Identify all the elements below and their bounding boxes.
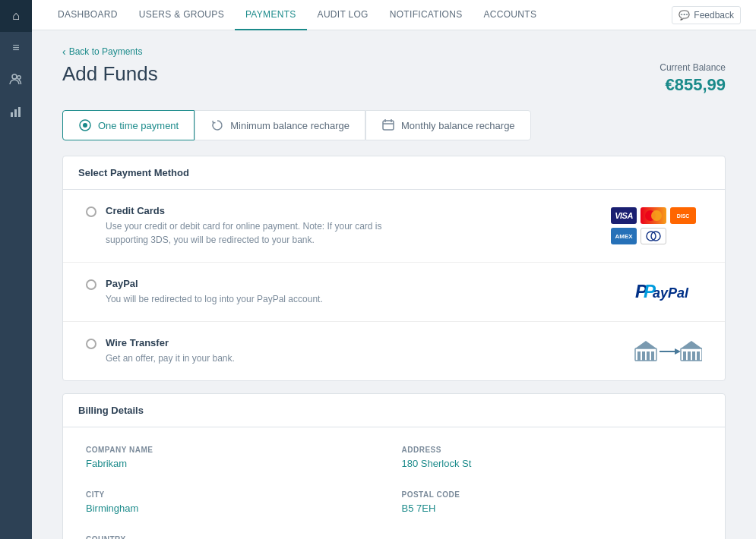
feedback-label: Feedback [694, 10, 734, 20]
payment-method-wire-transfer[interactable]: Wire Transfer Get an offer, pay it in yo… [63, 322, 725, 380]
sidebar-users-icon[interactable] [0, 64, 32, 96]
page-title: Add Funds [62, 62, 158, 86]
one-time-payment-icon [78, 118, 92, 132]
billing-company-name: COMPANY NAME Fabrikam [78, 435, 394, 480]
svg-rect-7 [383, 121, 394, 130]
sidebar-home-icon[interactable]: ⌂ [0, 0, 32, 32]
wire-transfer-info: Wire Transfer Get an offer, pay it in yo… [106, 337, 235, 365]
svg-rect-28 [697, 351, 700, 361]
page-content: Back to Payments Add Funds Current Balan… [32, 30, 756, 539]
wire-transfer-left: Wire Transfer Get an offer, pay it in yo… [86, 337, 235, 365]
wire-transfer-desc: Get an offer, pay it in your bank. [106, 351, 235, 365]
svg-rect-2 [11, 112, 13, 117]
nav-accounts[interactable]: ACCOUNTS [473, 0, 547, 30]
country-label: COUNTRY [86, 535, 387, 539]
sidebar-chart-icon[interactable] [0, 96, 32, 128]
city-value: Birmingham [86, 503, 387, 514]
billing-country: COUNTRY United Kingdom [78, 525, 394, 539]
svg-rect-26 [688, 351, 691, 361]
sidebar: ⌂ ≡ [0, 0, 32, 539]
paypal-name: PayPal [106, 278, 323, 289]
paypal-desc: You will be redirected to log into your … [106, 292, 323, 306]
address-label: ADDRESS [402, 446, 703, 454]
address-value: 180 Sherlock St [402, 458, 703, 469]
balance-label: Current Balance [660, 62, 726, 73]
sidebar-menu-icon[interactable]: ≡ [0, 32, 32, 64]
credit-cards-name: Credit Cards [106, 205, 410, 216]
paypal-left: PayPal You will be redirected to log int… [86, 278, 323, 306]
credit-card-logos: VISA DISC AMEX [611, 207, 702, 244]
mastercard-logo [641, 207, 666, 224]
credit-cards-left: Credit Cards Use your credit or debit ca… [86, 205, 410, 247]
paypal-radio[interactable] [86, 279, 96, 290]
feedback-icon: 💬 [679, 10, 690, 20]
postal-code-label: POSTAL CODE [402, 490, 703, 499]
tab-one-time-payment[interactable]: One time payment [62, 110, 195, 140]
credit-cards-info: Credit Cards Use your credit or debit ca… [106, 205, 410, 247]
svg-marker-21 [635, 341, 656, 348]
postal-code-value: B5 7EH [402, 503, 703, 514]
nav-dashboard[interactable]: DASHBOARD [47, 0, 128, 30]
discover-logo: DISC [670, 207, 696, 224]
payment-tabs: One time payment Minimum balance recharg… [62, 110, 726, 140]
nav-payments[interactable]: PAYMENTS [235, 0, 307, 30]
company-name-value: Fabrikam [86, 458, 387, 469]
payment-method-panel: Select Payment Method Credit Cards Use y… [62, 156, 726, 381]
monthly-recharge-icon [381, 118, 395, 132]
svg-rect-18 [642, 351, 645, 361]
paypal-info: PayPal You will be redirected to log int… [106, 278, 323, 306]
back-link[interactable]: Back to Payments [62, 46, 726, 58]
tab-minimum-label: Minimum balance recharge [230, 120, 350, 131]
payment-method-paypal[interactable]: PayPal You will be redirected to log int… [63, 263, 725, 322]
credit-cards-desc: Use your credit or debit card for online… [106, 219, 410, 247]
wire-transfer-radio[interactable] [86, 339, 96, 349]
balance-amount: €855,99 [660, 75, 726, 95]
top-navigation: DASHBOARD USERS & GROUPS PAYMENTS AUDIT … [32, 0, 756, 30]
billing-address: ADDRESS 180 Sherlock St [394, 435, 710, 480]
amex-logo: AMEX [611, 228, 637, 244]
svg-rect-19 [647, 351, 650, 361]
billing-city: CITY Birmingham [78, 480, 394, 525]
feedback-button[interactable]: 💬 Feedback [672, 6, 741, 24]
payment-method-credit-cards[interactable]: Credit Cards Use your credit or debit ca… [63, 190, 725, 263]
visa-logo: VISA [611, 207, 637, 224]
city-label: CITY [86, 490, 387, 499]
balance-section: Current Balance €855,99 [660, 62, 726, 95]
svg-point-1 [17, 76, 21, 79]
paypal-logo: P P ayPal [634, 281, 702, 304]
wire-transfer-name: Wire Transfer [106, 337, 235, 348]
tab-monthly-recharge[interactable]: Monthly balance recharge [365, 110, 531, 140]
wire-transfer-logo [634, 338, 702, 365]
nav-notifications[interactable]: NOTIFICATIONS [379, 0, 473, 30]
svg-rect-17 [637, 351, 641, 361]
page-header: Add Funds Current Balance €855,99 [62, 62, 726, 95]
svg-rect-3 [14, 109, 17, 117]
nav-users-groups[interactable]: USERS & GROUPS [128, 0, 235, 30]
billing-postal-code: POSTAL CODE B5 7EH [394, 480, 710, 525]
nav-audit-log[interactable]: AUDIT LOG [307, 0, 379, 30]
payment-method-header: Select Payment Method [63, 156, 725, 190]
billing-details-panel: Billing Details COMPANY NAME Fabrikam AD… [62, 393, 726, 539]
minimum-recharge-icon [210, 118, 224, 132]
company-name-label: COMPANY NAME [86, 446, 387, 454]
svg-rect-20 [651, 351, 654, 361]
credit-cards-radio[interactable] [86, 206, 96, 217]
tab-one-time-label: One time payment [98, 120, 179, 131]
tab-minimum-recharge[interactable]: Minimum balance recharge [195, 110, 365, 140]
svg-point-0 [12, 74, 17, 79]
svg-point-6 [83, 123, 87, 128]
tab-monthly-label: Monthly balance recharge [401, 120, 515, 131]
svg-rect-27 [692, 351, 695, 361]
svg-marker-23 [675, 348, 681, 355]
diners-logo [641, 228, 666, 244]
svg-text:ayPal: ayPal [653, 285, 689, 301]
paypal-logo-container: P P ayPal [634, 281, 702, 304]
billing-details-header: Billing Details [63, 394, 725, 427]
svg-rect-4 [18, 107, 21, 117]
main-content: DASHBOARD USERS & GROUPS PAYMENTS AUDIT … [32, 0, 756, 539]
svg-marker-29 [681, 341, 702, 348]
svg-rect-25 [683, 351, 686, 361]
billing-grid: COMPANY NAME Fabrikam ADDRESS 180 Sherlo… [63, 427, 725, 539]
